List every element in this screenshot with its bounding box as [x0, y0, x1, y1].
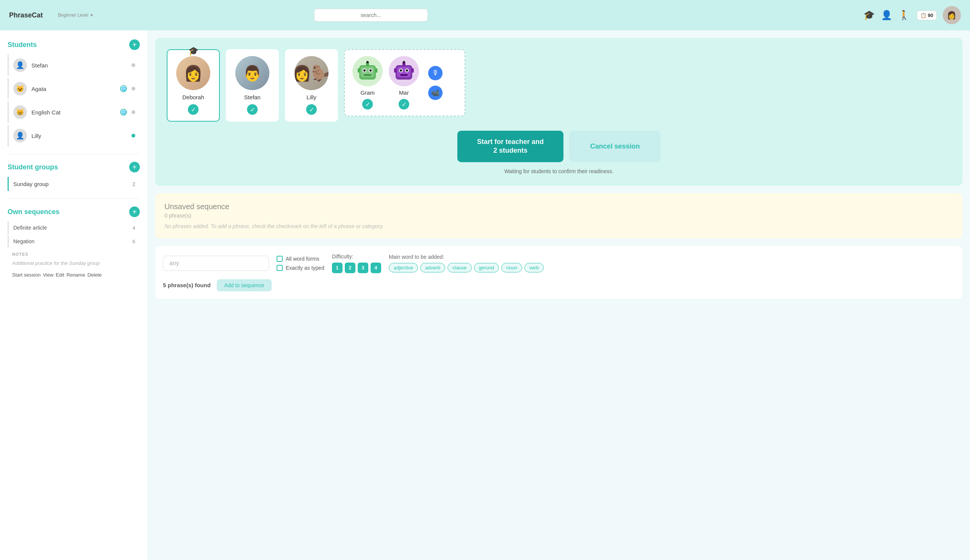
stefan-name: Stefan — [32, 62, 127, 68]
word-tag-adverb[interactable]: adverb — [420, 263, 445, 272]
sidebar-item-stefan[interactable]: 👤 Stefan — [8, 55, 140, 76]
topnav: PhraseCat Beginner Level ▾ 🎓 👤 🚶 📋 90 👩 — [0, 0, 970, 30]
word-type-section: Main word to be added: adjective adverb … — [389, 254, 544, 272]
word-tag-adjective[interactable]: adjective — [389, 263, 418, 272]
found-row: 5 phrase(s) found Add to sequence — [163, 279, 955, 292]
phrases-found-text: 5 phrase(s) found — [163, 282, 211, 288]
sidebar-item-negation[interactable]: Negation 6 — [8, 235, 140, 247]
edit-link[interactable]: Edit — [56, 272, 64, 278]
search-input[interactable] — [314, 9, 428, 22]
mar-check: ✓ — [398, 99, 409, 110]
sidebar-item-sunday-group[interactable]: Sunday group 2 — [8, 177, 140, 191]
negation-count: 6 — [133, 239, 135, 244]
sidebar-item-english-cat[interactable]: 😸 English Cat 🌐 — [8, 102, 140, 123]
robots-row: Gram ✓ — [352, 56, 457, 110]
level-selector[interactable]: Beginner Level ▾ — [58, 13, 93, 18]
difficulty-4-button[interactable]: 4 — [370, 263, 381, 273]
definite-article-name: Definite article — [13, 225, 133, 231]
exactly-as-typed-checkbox[interactable] — [277, 265, 283, 271]
sidebar: Students + 👤 Stefan 😺 Agata 🌐 😸 English … — [0, 30, 148, 560]
phrase-search-input[interactable] — [163, 256, 269, 271]
groups-section-header: Student groups + — [8, 162, 140, 172]
word-tag-gerund[interactable]: gerund — [474, 263, 499, 272]
media-controls: 🎙 📹 — [428, 66, 443, 100]
sunday-group-count: 2 — [132, 181, 135, 187]
rename-link[interactable]: Rename — [67, 272, 85, 278]
students-label: Students — [8, 41, 37, 49]
gram-name: Gram — [360, 89, 375, 96]
svg-point-8 — [367, 61, 369, 63]
word-tag-noun[interactable]: noun — [501, 263, 522, 272]
agata-avatar: 😺 — [13, 82, 27, 95]
english-cat-status-dot — [132, 110, 135, 114]
add-group-button[interactable]: + — [129, 162, 140, 172]
word-type-label: Main word to be added: — [389, 254, 544, 260]
svg-rect-20 — [394, 68, 396, 73]
session-panel: 🎓 👩 Deborah ✓ 👨 Stefan ✓ 👩‍🦫 Lilly ✓ — [155, 38, 962, 186]
agata-globe-icon: 🌐 — [120, 85, 127, 92]
microphone-button[interactable]: 🎙 — [428, 66, 443, 80]
cancel-session-button[interactable]: Cancel session — [570, 131, 660, 162]
all-word-forms-checkbox[interactable] — [277, 256, 283, 262]
all-word-forms-text: All word forms — [286, 256, 319, 262]
exactly-as-typed-label[interactable]: Exactly as typed — [277, 265, 324, 271]
word-type-tags: adjective adverb clause gerund noun verb — [389, 263, 544, 272]
difficulty-section: Difficulty: 1 2 3 4 — [332, 253, 381, 273]
participants-row: 🎓 👩 Deborah ✓ 👨 Stefan ✓ 👩‍🦫 Lilly ✓ — [167, 49, 951, 122]
agata-status-dot — [132, 87, 135, 90]
english-cat-name: English Cat — [32, 109, 115, 115]
main-layout: Students + 👤 Stefan 😺 Agata 🌐 😸 English … — [0, 30, 970, 560]
word-tag-clause[interactable]: clause — [447, 263, 472, 272]
delete-link[interactable]: Delete — [88, 272, 102, 278]
video-button[interactable]: 📹 — [428, 86, 443, 100]
participant-card-deborah: 🎓 👩 Deborah ✓ — [167, 49, 220, 122]
svg-rect-21 — [412, 68, 414, 73]
svg-rect-6 — [364, 74, 371, 76]
teacher-hat-icon: 🎓 — [188, 46, 198, 56]
svg-point-19 — [403, 61, 405, 63]
definite-article-count: 4 — [133, 225, 135, 231]
deborah-check: ✓ — [188, 104, 198, 115]
word-tag-verb[interactable]: verb — [524, 263, 544, 272]
waiting-text: Waiting for students to confirm their re… — [167, 168, 951, 174]
divider-1 — [8, 154, 140, 154]
avatar[interactable]: 👩 — [943, 6, 961, 24]
start-session-link[interactable]: Start session — [12, 272, 40, 278]
difficulty-2-button[interactable]: 2 — [345, 263, 355, 273]
all-word-forms-label[interactable]: All word forms — [277, 256, 324, 262]
add-student-button[interactable]: + — [129, 39, 140, 50]
sequence-panel: Unsaved sequence 0 phrase(s) No phrases … — [155, 193, 962, 238]
difficulty-1-button[interactable]: 1 — [332, 263, 343, 273]
sidebar-item-lilly[interactable]: 👤 Lilly — [8, 125, 140, 146]
exactly-as-typed-text: Exactly as typed — [286, 265, 324, 271]
start-session-button[interactable]: Start for teacher and2 students — [457, 131, 563, 162]
sequences-section-header: Own sequences + — [8, 207, 140, 217]
view-link[interactable]: View — [43, 272, 53, 278]
lilly-status-dot — [132, 134, 135, 138]
sidebar-item-definite-article[interactable]: Definite article 4 — [8, 222, 140, 234]
svg-point-15 — [400, 69, 402, 72]
search-panel: All word forms Exactly as typed Difficul… — [155, 246, 962, 299]
add-to-sequence-button[interactable]: Add to sequence — [217, 279, 272, 292]
sequence-empty-message: No phrases added. To add a phrase, check… — [165, 223, 953, 229]
deborah-avatar: 👩 — [176, 56, 210, 90]
add-sequence-button[interactable]: + — [129, 207, 140, 217]
sidebar-item-agata[interactable]: 😺 Agata 🌐 — [8, 78, 140, 99]
robots-panel: Gram ✓ — [344, 49, 465, 116]
topnav-right: 🎓 👤 🚶 📋 90 👩 — [862, 6, 961, 24]
groups-label: Student groups — [8, 163, 58, 171]
app-logo: PhraseCat — [9, 12, 43, 19]
stefan-avatar: 👤 — [13, 58, 27, 72]
deborah-name: Deborah — [182, 94, 204, 100]
chevron-down-icon: ▾ — [90, 13, 93, 18]
stefan-session-avatar: 👨 — [235, 56, 269, 90]
robot-gram: Gram ✓ — [352, 56, 383, 110]
english-cat-avatar: 😸 — [13, 105, 27, 119]
sidebar-actions: Start session View Edit Rename Delete — [8, 267, 140, 280]
score-value: 90 — [928, 13, 933, 18]
difficulty-numbers: 1 2 3 4 — [332, 263, 381, 273]
notes-text: Additional practice for the Sunday group — [8, 259, 140, 267]
difficulty-3-button[interactable]: 3 — [358, 263, 368, 273]
gram-avatar — [352, 56, 383, 87]
stefan-session-name: Stefan — [244, 94, 260, 100]
